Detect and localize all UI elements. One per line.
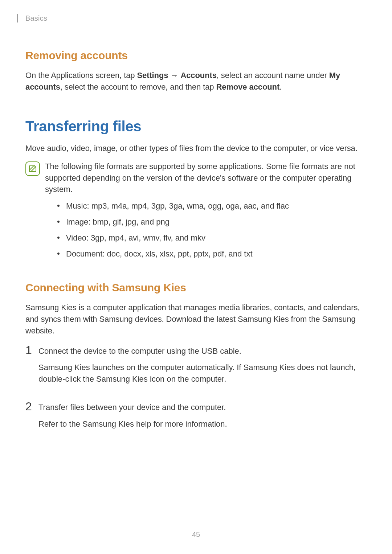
arrow-separator: → <box>168 71 180 80</box>
bullet-dot <box>57 205 60 207</box>
bullet-text: Music: mp3, m4a, mp4, 3gp, 3ga, wma, ogg… <box>66 200 289 212</box>
note-block: The following file formats are supported… <box>25 161 367 196</box>
bullet-dot <box>57 221 60 223</box>
transferring-files-intro: Move audio, video, image, or other types… <box>25 143 367 154</box>
heading-transferring-files: Transferring files <box>25 118 367 135</box>
samsung-kies-intro: Samsung Kies is a computer application t… <box>25 302 367 337</box>
breadcrumb: Basics <box>25 14 367 22</box>
heading-removing-accounts: Removing accounts <box>25 49 367 62</box>
list-item: Document: doc, docx, xls, xlsx, ppt, ppt… <box>57 248 367 260</box>
note-icon <box>25 161 40 176</box>
step-body: Transfer files between your device and t… <box>38 402 367 435</box>
bullet-text: Video: 3gp, mp4, avi, wmv, flv, and mkv <box>66 232 205 244</box>
bullet-dot <box>57 253 60 255</box>
list-item: Video: 3gp, mp4, avi, wmv, flv, and mkv <box>57 232 367 244</box>
list-item: Image: bmp, gif, jpg, and png <box>57 216 367 228</box>
text-fragment: , select an account name under <box>217 71 329 80</box>
page-number: 45 <box>0 530 392 539</box>
step-text: Transfer files between your device and t… <box>38 402 367 413</box>
settings-label: Settings <box>137 71 168 80</box>
text-fragment: On the Applications screen, tap <box>25 71 137 80</box>
step-text: Refer to the Samsung Kies help for more … <box>38 418 367 430</box>
list-item: Music: mp3, m4a, mp4, 3gp, 3ga, wma, ogg… <box>57 200 367 212</box>
step-item: 1 Connect the device to the computer usi… <box>25 345 367 390</box>
note-text: The following file formats are supported… <box>45 161 367 196</box>
numbered-steps: 1 Connect the device to the computer usi… <box>25 345 367 435</box>
bullet-text: Image: bmp, gif, jpg, and png <box>66 216 170 228</box>
accounts-label: Accounts <box>180 71 216 80</box>
step-text: Connect the device to the computer using… <box>38 345 367 357</box>
step-body: Connect the device to the computer using… <box>38 345 367 390</box>
bullet-dot <box>57 237 60 239</box>
step-text: Samsung Kies launches on the computer au… <box>38 362 367 385</box>
step-number: 2 <box>25 401 38 435</box>
remove-account-label: Remove account <box>216 82 279 91</box>
text-fragment: . <box>279 82 282 91</box>
step-item: 2 Transfer files between your device and… <box>25 402 367 435</box>
heading-connecting-samsung-kies: Connecting with Samsung Kies <box>25 282 367 294</box>
breadcrumb-divider <box>17 14 18 22</box>
supported-formats-list: Music: mp3, m4a, mp4, 3gp, 3ga, wma, ogg… <box>57 200 367 260</box>
bullet-text: Document: doc, docx, xls, xlsx, ppt, ppt… <box>66 248 253 260</box>
removing-accounts-paragraph: On the Applications screen, tap Settings… <box>25 70 367 93</box>
text-fragment: , select the account to remove, and then… <box>60 82 216 91</box>
step-number: 1 <box>25 344 38 390</box>
breadcrumb-label: Basics <box>25 14 47 22</box>
